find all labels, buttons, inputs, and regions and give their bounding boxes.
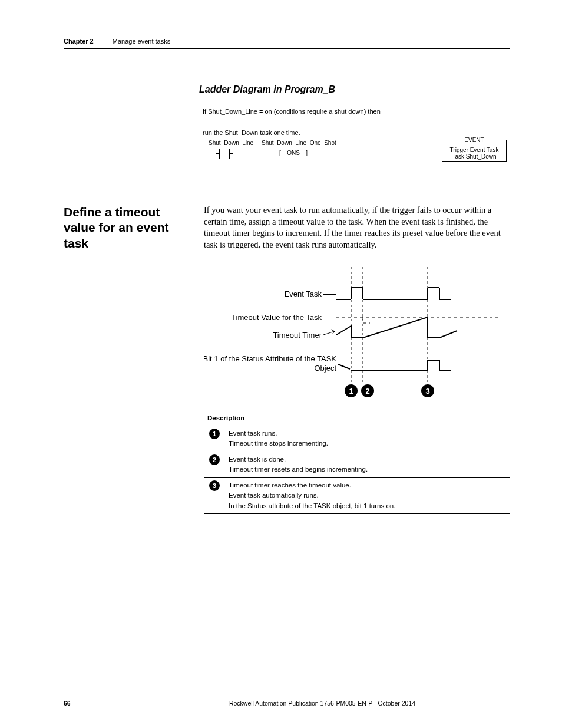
rail-left: [203, 141, 203, 164]
row-text: Event task is done.: [229, 454, 507, 465]
ons-tag: Shut_Down_Line_One_Shot: [262, 140, 336, 146]
ladder-condition-text: If Shut_Down_Line = on (conditions requi…: [203, 108, 510, 115]
timing-label-event: Event Task: [285, 289, 322, 298]
svg-text:2: 2: [365, 387, 369, 396]
subsection-title: Ladder Diagram in Program_B: [199, 84, 510, 95]
ladder-rung: Shut_Down_Line Shut_Down_Line_One_Shot O…: [203, 139, 511, 167]
row-number: 2: [209, 454, 220, 465]
svg-text:1: 1: [349, 387, 353, 396]
section-heading: Define a timeout value for an event task: [64, 205, 187, 251]
svg-line-21: [338, 364, 350, 369]
table-header: Description: [204, 411, 510, 426]
row-text: Timeout timer resets and begins incremen…: [229, 465, 507, 475]
wire: [309, 154, 441, 154]
page-header: Chapter 2 Manage event tasks: [64, 38, 510, 49]
wire: [233, 154, 279, 154]
description-table: Description 1 Event task runs. Timeout t…: [204, 411, 510, 514]
contact-tag: Shut_Down_Line: [209, 140, 253, 146]
table-row: 2 Event task is done. Timeout timer rese…: [204, 452, 510, 477]
row-text: Event task runs.: [229, 429, 507, 439]
footer-text: Rockwell Automation Publication 1756-PM0…: [134, 700, 510, 707]
row-number: 1: [209, 429, 220, 439]
page-footer: 66 Rockwell Automation Publication 1756-…: [64, 700, 510, 707]
ons-instruction: ONS: [282, 149, 305, 159]
wire: [203, 154, 216, 154]
row-text: Timeout timer reaches the timeout value.: [229, 480, 507, 491]
section-heading-col: Define a timeout value for an event task: [64, 205, 187, 514]
event-box-line2: Task Shut_Down: [442, 153, 506, 160]
contact-icon: [219, 149, 230, 159]
rail-right: [511, 141, 511, 164]
timing-label-timeout-value: Timeout Value for the Task: [232, 313, 322, 322]
timing-diagram: Event Task Timeout Value for the Task Ti…: [204, 267, 510, 403]
wire: [507, 154, 511, 154]
timing-label-status-a: Bit 1 of the Status Attribute of the TAS…: [204, 354, 336, 363]
event-box-line1: Trigger Event Task: [442, 147, 506, 153]
event-box-title: EVENT: [462, 137, 486, 143]
table-row: 1 Event task runs. Timeout time stops in…: [204, 426, 510, 452]
svg-text:3: 3: [425, 387, 429, 396]
page-number: 66: [64, 700, 134, 707]
timing-label-timer: Timeout Timer: [273, 331, 322, 340]
event-instruction-box: EVENT Trigger Event Task Task Shut_Down: [442, 140, 507, 162]
ladder-block: If Shut_Down_Line = on (conditions requi…: [203, 108, 510, 167]
row-text: Event task automatically runs.: [229, 490, 507, 501]
chapter-title: Manage event tasks: [113, 38, 170, 45]
row-number: 3: [209, 480, 220, 491]
section-two-column: Define a timeout value for an event task…: [64, 205, 510, 514]
ladder-step-text: run the Shut_Down task one time.: [203, 129, 510, 136]
table-row: 3 Timeout timer reaches the timeout valu…: [204, 477, 510, 514]
chapter-label: Chapter 2: [64, 38, 94, 45]
row-text: In the Status attribute of the TASK obje…: [229, 501, 507, 512]
section-body-col: If you want your event task to run autom…: [204, 205, 510, 514]
timing-label-status-b: Object: [314, 364, 336, 373]
row-text: Timeout time stops incrementing.: [229, 439, 507, 449]
section-body: If you want your event task to run autom…: [204, 205, 510, 251]
